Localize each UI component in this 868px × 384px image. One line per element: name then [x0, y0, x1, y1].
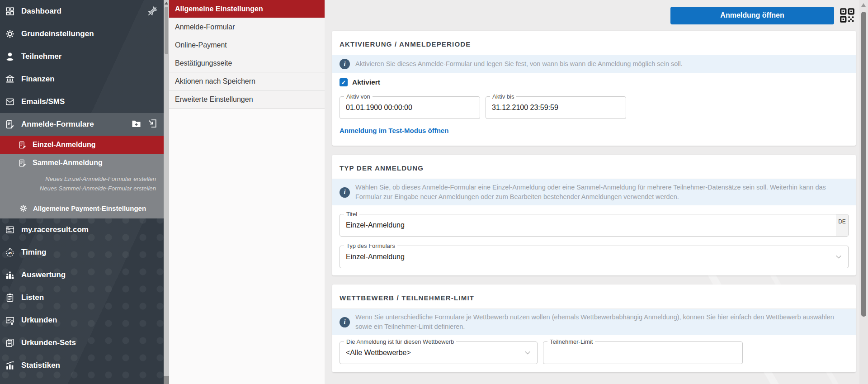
sidebar-subitem-label: Einzel-Anmeldung [33, 141, 96, 149]
sidebar-item-listen[interactable]: Listen [0, 286, 164, 309]
sidebar-item-timing[interactable]: 45 Timing [0, 241, 164, 264]
teilnehmer-limit-input[interactable]: Teilnehmer-Limit [543, 341, 743, 364]
main-header: Anmeldung öffnen [332, 0, 856, 31]
gear-icon [5, 28, 15, 39]
sidebar-scrollbar-bottom[interactable] [164, 376, 169, 384]
main-scrollbar[interactable] [859, 0, 868, 384]
open-registration-button[interactable]: Anmeldung öffnen [670, 7, 834, 24]
sidebar-item-label: Urkunden-Sets [21, 338, 76, 347]
sidebar-item-emails-sms[interactable]: Emails/SMS [0, 90, 164, 113]
tab-bestaetigungsseite[interactable]: Bestätigungsseite [169, 54, 325, 72]
qr-code-icon[interactable] [839, 7, 856, 24]
folder-plus-icon[interactable] [131, 119, 142, 130]
new-sammel-form-link[interactable]: Neues Sammel-Anmelde-Formular erstellen [0, 184, 156, 193]
form-pencil-icon [5, 119, 15, 130]
field-label: Aktiv bis [490, 93, 516, 100]
main-scrollbar-thumb[interactable] [861, 12, 866, 317]
pin-slash-icon[interactable] [146, 5, 158, 17]
scroll-up-arrow-icon[interactable] [861, 3, 866, 7]
tab-allgemeine-einstellungen[interactable]: Allgemeine Einstellungen [169, 0, 325, 18]
titel-field[interactable]: Titel Einzel-Anmeldung DE [340, 214, 849, 237]
sidebar-item-teilnehmer[interactable]: Teilnehmer [0, 45, 164, 68]
svg-text:45: 45 [8, 251, 12, 255]
scroll-up-arrow-icon[interactable] [165, 2, 168, 5]
form-pencil-icon [18, 141, 27, 149]
tab-anmelde-formular[interactable]: Anmelde-Formular [169, 18, 325, 36]
aktiviert-checkbox[interactable] [340, 78, 348, 86]
info-strip: Aktivieren Sie dieses Anmelde-Formular u… [332, 55, 856, 73]
info-text: Wählen Sie, ob dieses Anmelde-Formular e… [355, 183, 849, 202]
field-value: <Alle Wettbewerbe> [340, 342, 537, 363]
card-body: Die Anmeldung ist für diesen Wettbewerb … [332, 335, 856, 372]
anmelde-formulare-links: Neues Einzel-Anmelde-Formular erstellen … [0, 172, 164, 198]
bank-icon [5, 74, 15, 85]
field-value: Einzel-Anmeldung [340, 246, 848, 267]
sidebar-item-my-raceresult[interactable]: my.raceresult.com [0, 218, 164, 241]
wettbewerb-select[interactable]: Die Anmeldung ist für diesen Wettbewerb … [340, 341, 538, 364]
test-mode-link[interactable]: Anmeldung im Test-Modus öffnen [340, 127, 448, 134]
tab-erweiterte-einstellungen[interactable]: Erweiterte Einstellungen [169, 90, 325, 109]
sidebar: Dashboard Grundeinstellungen Teilnehmer [0, 0, 164, 384]
info-text: Wenn Sie unterschiedliche Formulare je W… [355, 313, 849, 332]
info-strip: Wenn Sie unterschiedliche Formulare je W… [332, 309, 856, 335]
dashboard-icon [5, 6, 15, 17]
envelope-icon [5, 96, 15, 107]
field-label: Titel [344, 211, 359, 218]
browser-icon [5, 224, 15, 235]
sidebar-item-label: Teilnehmer [21, 52, 61, 61]
info-icon [340, 187, 350, 198]
tab-label: Allgemeine Einstellungen [175, 5, 263, 13]
sidebar-item-label: Auswertung [21, 270, 66, 280]
aktiviert-checkbox-row: Aktiviert [340, 78, 849, 86]
podium-icon [5, 270, 15, 280]
sidebar-item-dashboard[interactable]: Dashboard [0, 0, 164, 23]
wettbewerb-fields: Die Anmeldung ist für diesen Wettbewerb … [340, 341, 849, 364]
field-value: Einzel-Anmeldung [340, 214, 848, 236]
sidebar-item-label: Grundeinstellungen [21, 29, 94, 38]
aktiv-von-field[interactable]: Aktiv von 01.01.1900 00:00:00 [340, 96, 480, 119]
sidebar-item-urkunden-sets[interactable]: Urkunden-Sets [0, 332, 164, 354]
sidebar-item-grundeinstellungen[interactable]: Grundeinstellungen [0, 23, 164, 45]
card-aktivierung-anmeldeperiode: AKTIVIERUNG / ANMELDEPERIODE Aktivieren … [332, 31, 856, 146]
sidebar-item-label: Anmelde-Formulare [21, 120, 94, 129]
sidebar-scrollbar-thumb[interactable] [165, 7, 168, 54]
tab-online-payment[interactable]: Online-Payment [169, 36, 325, 54]
sidebar-item-label: Timing [21, 248, 46, 257]
card-body: Titel Einzel-Anmeldung DE Typ des Formul… [332, 205, 856, 275]
sidebar-item-urkunden[interactable]: Urkunden [0, 309, 164, 332]
sidebar-item-auswertung[interactable]: Auswertung [0, 264, 164, 286]
tab-label: Online-Payment [175, 41, 227, 49]
chevron-down-icon [524, 349, 532, 359]
new-einzel-form-link[interactable]: Neues Einzel-Anmelde-Formular erstellen [0, 174, 156, 184]
field-label: Typ des Formulars [344, 242, 397, 249]
sidebar-item-finanzen[interactable]: Finanzen [0, 68, 164, 90]
card-title: AKTIVIERUNG / ANMELDEPERIODE [332, 31, 856, 55]
tab-aktionen-nach-speichern[interactable]: Aktionen nach Speichern [169, 72, 325, 90]
typ-des-formulars-select[interactable]: Typ des Formulars Einzel-Anmeldung [340, 246, 849, 268]
sidebar-subitem-einzel-anmeldung[interactable]: Einzel-Anmeldung [0, 136, 164, 154]
form-pencil-icon [18, 159, 27, 167]
sidebar-subitem-label: Sammel-Anmeldung [33, 159, 103, 167]
active-period-fields: Aktiv von 01.01.1900 00:00:00 Aktiv bis … [340, 96, 849, 119]
field-value: 31.12.2100 23:59:59 [486, 97, 626, 118]
aktiv-bis-field[interactable]: Aktiv bis 31.12.2100 23:59:59 [486, 96, 626, 119]
card-body: Aktiviert Aktiv von 01.01.1900 00:00:00 … [332, 73, 856, 146]
stats-icon [5, 360, 15, 371]
sidebar-item-label: Statistiken [21, 361, 60, 370]
sidebar-subitem-sammel-anmeldung[interactable]: Sammel-Anmeldung [0, 154, 164, 172]
sidebar-scrollbar[interactable] [164, 0, 169, 384]
sidebar-item-anmelde-formulare[interactable]: Anmelde-Formulare [0, 113, 164, 136]
tab-label: Anmelde-Formular [175, 23, 235, 31]
field-value: 01.01.1900 00:00:00 [340, 97, 480, 118]
sidebar-item-label: Listen [21, 293, 44, 302]
documents-icon [5, 337, 15, 348]
import-icon[interactable] [147, 119, 157, 131]
sidebar-item-etiketten[interactable]: Etiketten [0, 377, 164, 384]
card-typ-der-anmeldung: TYP DER ANMELDUNG Wählen Sie, ob dieses … [332, 155, 856, 275]
sidebar-item-statistiken[interactable]: Statistiken [0, 354, 164, 377]
card-wettbewerb-teilnehmer-limit: WETTBEWERB / TEILNEHMER-LIMIT Wenn Sie u… [332, 284, 856, 372]
certificate-icon [5, 315, 15, 326]
sidebar-item-label: Dashboard [21, 7, 61, 16]
sidebar-item-payment-einstellungen[interactable]: Allgemeine Payment-Einstellungen [0, 198, 164, 218]
anmelde-formulare-actions [131, 119, 157, 131]
